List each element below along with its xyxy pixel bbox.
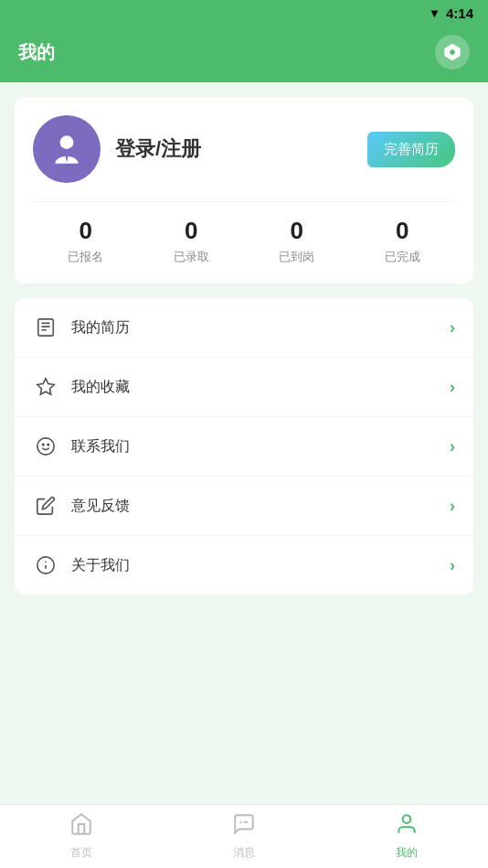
status-bar: ▼ 4:14 [0, 0, 488, 26]
chevron-right-icon: › [450, 437, 455, 456]
smile-icon [33, 434, 58, 459]
page-title: 我的 [18, 40, 55, 65]
stat-onboarded: 0 已到岗 [279, 217, 314, 265]
svg-point-9 [43, 444, 44, 445]
chevron-right-icon: › [450, 556, 455, 575]
nav-home[interactable]: 首页 [51, 807, 111, 866]
menu-favorites-label: 我的收藏 [71, 378, 450, 397]
stat-applied-label: 已报名 [68, 249, 103, 265]
message-icon [232, 812, 256, 841]
login-register-text: 登录/注册 [115, 135, 353, 163]
avatar [33, 115, 101, 183]
svg-point-0 [450, 49, 455, 55]
menu-card: 我的简历 › 我的收藏 › 联系我们 › [15, 298, 473, 595]
stat-onboarded-number: 0 [291, 217, 303, 245]
person-icon [395, 812, 419, 841]
stat-accepted: 0 已录取 [174, 217, 209, 265]
resume-icon [33, 315, 58, 340]
chevron-right-icon: › [450, 497, 455, 516]
menu-item-about[interactable]: 关于我们 › [15, 536, 473, 595]
svg-marker-7 [37, 379, 54, 394]
menu-item-feedback[interactable]: 意见反馈 › [15, 477, 473, 536]
nav-mine-label: 我的 [396, 845, 418, 861]
chevron-right-icon: › [450, 378, 455, 397]
stat-applied: 0 已报名 [68, 217, 103, 265]
stat-accepted-number: 0 [185, 217, 197, 245]
complete-resume-button[interactable]: 完善简历 [367, 132, 455, 167]
menu-resume-label: 我的简历 [71, 318, 450, 338]
star-icon [33, 374, 58, 400]
menu-item-resume[interactable]: 我的简历 › [15, 298, 473, 358]
menu-item-favorites[interactable]: 我的收藏 › [15, 358, 473, 417]
stats-row: 0 已报名 0 已录取 0 已到岗 0 已完成 [33, 201, 455, 265]
menu-feedback-label: 意见反馈 [71, 497, 450, 516]
stat-onboarded-label: 已到岗 [279, 249, 314, 265]
bottom-nav: 首页 消息 我的 [0, 804, 488, 868]
status-time: 4:14 [446, 5, 473, 21]
nav-messages[interactable]: 消息 [214, 807, 274, 866]
chevron-right-icon: › [450, 318, 455, 338]
stat-accepted-label: 已录取 [174, 249, 209, 265]
stat-completed-number: 0 [396, 217, 408, 245]
profile-info: 登录/注册 [115, 135, 353, 163]
header: 我的 [0, 26, 488, 82]
stat-completed-label: 已完成 [385, 249, 420, 265]
home-icon [69, 812, 93, 841]
nav-mine[interactable]: 我的 [377, 807, 437, 866]
nav-home-label: 首页 [70, 845, 92, 861]
svg-point-16 [403, 815, 411, 823]
svg-point-1 [60, 135, 74, 149]
profile-card: 登录/注册 完善简历 0 已报名 0 已录取 0 已到岗 0 已完成 [15, 97, 473, 284]
stat-completed: 0 已完成 [385, 217, 420, 265]
profile-top: 登录/注册 完善简历 [33, 115, 455, 183]
menu-about-label: 关于我们 [71, 556, 450, 575]
svg-rect-3 [38, 319, 54, 336]
settings-hexagon-icon[interactable] [435, 35, 470, 70]
content-area: 登录/注册 完善简历 0 已报名 0 已录取 0 已到岗 0 已完成 [0, 82, 488, 808]
svg-point-10 [48, 444, 48, 445]
wifi-icon: ▼ [429, 6, 440, 20]
svg-point-8 [37, 438, 54, 455]
nav-messages-label: 消息 [233, 845, 255, 861]
menu-contact-label: 联系我们 [71, 437, 450, 456]
stat-applied-number: 0 [80, 217, 92, 245]
info-icon [33, 552, 58, 578]
edit-icon [33, 493, 58, 519]
menu-item-contact[interactable]: 联系我们 › [15, 417, 473, 477]
